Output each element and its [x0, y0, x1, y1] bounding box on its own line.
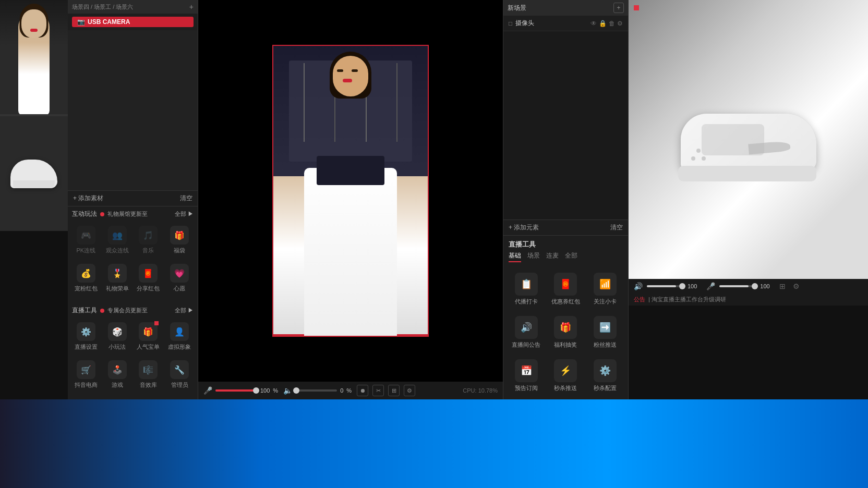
- mic-control: 🎤 100 %: [203, 386, 278, 395]
- tab-collab[interactable]: 连麦: [546, 251, 559, 262]
- mic-right-slider[interactable]: [719, 285, 756, 287]
- interactive-tools-grid: 🎮 PK连线 👥 观众连线 🎵 音乐 🎁 福袋: [72, 223, 194, 296]
- tool-wish[interactable]: 💗 心愿: [165, 261, 194, 296]
- thumb-shoes: [0, 116, 68, 231]
- lucky-bag-icon: 🎁: [170, 226, 189, 245]
- visibility-btn[interactable]: 👁: [590, 20, 597, 27]
- tool-share-gift[interactable]: 🧧 分享红包: [135, 261, 163, 296]
- scene-empty-area: [503, 31, 628, 219]
- mic-volume-handle[interactable]: [253, 387, 259, 394]
- share-gift-label: 分享红包: [137, 285, 160, 292]
- tool-reserve[interactable]: 📅 预告订阅: [509, 356, 544, 395]
- pk-label: PK连线: [77, 247, 96, 254]
- settings-btn[interactable]: ⚙: [617, 20, 623, 27]
- wish-icon: 💗: [170, 264, 189, 283]
- tab-basic[interactable]: 基础: [509, 251, 521, 262]
- tool-music[interactable]: 🎵 音乐: [135, 223, 163, 258]
- tool-flash-config[interactable]: ⚙️ 秒杀配置: [587, 356, 623, 395]
- preview-thumbnails: [0, 0, 68, 399]
- speaker-volume-unit: %: [346, 387, 352, 394]
- interactive-section: 互动玩法 礼物展馆更新至 全部 ▶ 🎮 PK连线 👥 观众连线 🎵: [68, 206, 198, 303]
- tool-manager[interactable]: 🔧 管理员: [165, 357, 194, 392]
- mic-volume-bar[interactable]: [215, 389, 257, 392]
- ann-label: 公告: [634, 296, 645, 303]
- control-icons: ⏺ ✂ ⊞ ⚙: [357, 385, 415, 396]
- scene-camera-actions: 👁 🔒 🗑 ⚙: [590, 20, 623, 27]
- tool-lucky-bag[interactable]: 🎁 福袋: [165, 223, 194, 258]
- clear-element-button[interactable]: 清空: [610, 223, 623, 232]
- add-source-button[interactable]: + 添加素材: [73, 194, 103, 203]
- delete-btn[interactable]: 🗑: [609, 20, 615, 27]
- tool-live-settings[interactable]: ⚙️ 直播设置: [72, 319, 100, 354]
- tool-lottery[interactable]: 🎁 福利抽奖: [548, 313, 584, 352]
- add-scene-button[interactable]: +: [613, 3, 624, 13]
- lock-btn[interactable]: 🔒: [599, 20, 607, 27]
- tool-mini-games[interactable]: 🎲 小玩法: [103, 319, 131, 354]
- tool-avatar[interactable]: 👤 虚拟形象: [165, 319, 194, 354]
- grid-view-btn[interactable]: ⊞: [779, 282, 786, 290]
- mic-right-handle[interactable]: [752, 283, 758, 289]
- clear-source-button[interactable]: 清空: [180, 194, 192, 203]
- tool-follow-card[interactable]: 📶 关注小卡: [587, 270, 623, 309]
- mic-volume-pct: 100: [260, 387, 270, 394]
- record-button[interactable]: ⏺: [357, 385, 368, 396]
- mic-right-icon: 🎤: [706, 282, 715, 290]
- settings-button[interactable]: ⚙: [404, 385, 415, 396]
- tool-popularity[interactable]: 🎁 人气宝单: [135, 319, 163, 354]
- right-panel: 新场景 + □ 摄像头 👁 🔒 🗑 ⚙ + 添加元素 清空 直播工具 基础 场景: [503, 0, 628, 399]
- livetools-label: 直播工具: [72, 306, 97, 315]
- mini-games-icon: 🎲: [108, 322, 127, 341]
- tool-gift-honor[interactable]: 🎖️ 礼物荣单: [103, 261, 131, 296]
- add-element-bar: + 添加元素 清空: [503, 219, 628, 236]
- tool-checkin[interactable]: 📋 代播打卡: [509, 270, 544, 309]
- speaker-volume-handle[interactable]: [293, 387, 299, 394]
- lottery-icon: 🎁: [554, 316, 577, 339]
- reserve-icon: 📅: [515, 359, 538, 382]
- tool-flash-sale[interactable]: ⚡ 秒杀推送: [548, 356, 584, 395]
- fan-gift-icon: 💰: [77, 264, 95, 283]
- announcement-icon: 🔊: [515, 316, 538, 339]
- tool-ecommerce[interactable]: 🛒 抖音电商: [72, 357, 100, 392]
- mic-icon: 🎤: [203, 386, 212, 395]
- mic-right-num: 100: [760, 283, 769, 289]
- sound-lib-icon: 🎼: [139, 360, 158, 379]
- source-header: 场景四 / 场景工 / 场景六 +: [68, 0, 198, 14]
- mic-volume-fill: [215, 389, 257, 392]
- capture-button[interactable]: ✂: [372, 385, 384, 396]
- speaker-volume-bar[interactable]: [295, 389, 337, 392]
- speaker-control: 🔈 0 %: [283, 386, 352, 395]
- volume-handle[interactable]: [679, 283, 685, 289]
- manager-label: 管理员: [171, 381, 188, 389]
- volume-icon: 🔊: [634, 282, 643, 290]
- settings-right-btn[interactable]: ⚙: [793, 282, 800, 290]
- tool-fan-gift[interactable]: 💰 宠粉红包: [72, 261, 100, 296]
- tool-announcement[interactable]: 🔊 直播间公告: [509, 313, 544, 352]
- livetools-all-link[interactable]: 全部 ▶: [175, 307, 194, 314]
- tool-coupon[interactable]: 🧧 优惠券红包: [548, 270, 584, 309]
- manager-icon: 🔧: [170, 360, 189, 379]
- tab-all[interactable]: 全部: [565, 251, 577, 262]
- livetools-title-row: 直播工具 专属会员更新至 全部 ▶: [72, 306, 194, 315]
- usb-camera-badge[interactable]: 📷 USB CAMERA: [72, 17, 194, 27]
- games-label: 游戏: [112, 381, 123, 389]
- tool-games[interactable]: 🕹️ 游戏: [103, 357, 131, 392]
- interactive-all-link[interactable]: 全部 ▶: [175, 210, 194, 218]
- tool-sound-lib[interactable]: 🎼 音效库: [135, 357, 163, 392]
- scene-header: 新场景 +: [503, 0, 628, 16]
- video-controls: 🎤 100 % 🔈 0 % ⏺ ✂: [198, 382, 503, 399]
- add-scene-icon[interactable]: +: [189, 3, 194, 11]
- popularity-icon: 🎁: [139, 322, 158, 341]
- add-element-button[interactable]: + 添加元素: [509, 223, 539, 232]
- window-button[interactable]: ⊞: [388, 385, 400, 396]
- tool-fans-push[interactable]: ➡️ 粉丝推送: [587, 313, 623, 352]
- scene-source-camera: □ 摄像头 👁 🔒 🗑 ⚙: [503, 16, 628, 31]
- volume-slider[interactable]: [647, 285, 683, 287]
- woman-video: [273, 46, 428, 336]
- lottery-label: 福利抽奖: [554, 341, 577, 349]
- new-scene-label: 新场景: [508, 4, 526, 13]
- source-panel: 场景四 / 场景工 / 场景六 + 📷 USB CAMERA + 添加素材 清空: [68, 0, 198, 399]
- tool-pk[interactable]: 🎮 PK连线: [72, 223, 100, 258]
- usb-camera-label: USB CAMERA: [88, 18, 130, 26]
- tab-scene[interactable]: 场景: [527, 251, 540, 262]
- tool-audience[interactable]: 👥 观众连线: [103, 223, 131, 258]
